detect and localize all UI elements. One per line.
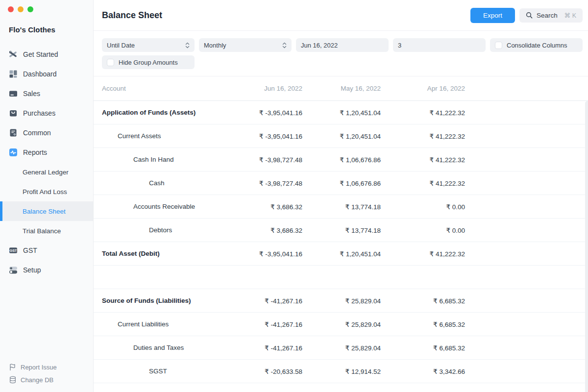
activity-icon <box>9 148 18 157</box>
document-icon <box>9 128 18 137</box>
amount-cell: ₹ -41,267.16 <box>224 344 302 352</box>
table-row[interactable]: SGST ₹ -20,633.58 ₹ 12,914.52 ₹ 3,342.66 <box>94 360 588 383</box>
table-row-spacer <box>94 266 588 289</box>
table-row[interactable]: Total Asset (Debit) ₹ -3,95,041.16 ₹ 1,2… <box>94 242 588 266</box>
table-row-partial <box>94 383 588 392</box>
amount-cell: ₹ -3,95,041.16 <box>224 132 302 140</box>
account-name: Duties and Taxes <box>102 344 224 351</box>
table-row[interactable]: Current Assets ₹ -3,95,041.16 ₹ 1,20,451… <box>94 124 588 148</box>
column-header-may: May 16, 2022 <box>302 85 381 92</box>
dashboard-icon <box>9 70 18 78</box>
report-issue-label: Report Issue <box>21 364 57 371</box>
amount-cell: ₹ 6,685.32 <box>381 344 465 352</box>
amount-cell: ₹ 12,914.52 <box>302 368 381 375</box>
frequency-value: Monthly <box>204 42 226 49</box>
filter-bar: Until Date Monthly <box>94 31 588 76</box>
table-row[interactable]: Cash ₹ -3,98,727.48 ₹ 1,06,676.86 ₹ 41,2… <box>94 172 588 195</box>
change-db-button[interactable]: Change DB <box>9 373 57 386</box>
sidebar-item-setup[interactable]: Setup <box>0 260 93 280</box>
sidebar-item-label: Sales <box>23 90 40 98</box>
column-header-account: Account <box>102 85 224 92</box>
count-input[interactable] <box>398 42 481 49</box>
amount-cell: ₹ 25,829.04 <box>302 320 381 328</box>
to-date-input[interactable] <box>301 42 384 49</box>
amount-cell: ₹ 0.00 <box>381 226 465 234</box>
table-row[interactable]: Accounts Receivable ₹ 3,686.32 ₹ 13,774.… <box>94 195 588 219</box>
sidebar-item-balance-sheet[interactable]: Balance Sheet <box>0 201 93 221</box>
amount-cell: ₹ 13,774.18 <box>302 203 381 211</box>
amount-cell: ₹ 41,222.32 <box>381 250 465 258</box>
amount-cell: ₹ 41,222.32 <box>381 132 465 140</box>
period-basis-select[interactable]: Until Date <box>102 38 195 52</box>
sidebar: Flo's Clothes Get Started Dashboa <box>0 0 94 392</box>
amount-cell: ₹ 6,685.32 <box>381 320 465 328</box>
gst-icon: GST <box>9 246 18 255</box>
sidebar-item-common[interactable]: Common <box>0 123 93 143</box>
sidebar-item-reports[interactable]: Reports <box>0 143 93 162</box>
account-name: SGST <box>102 368 224 375</box>
account-name: Debtors <box>102 226 224 234</box>
sidebar-item-gst[interactable]: GST GST <box>0 241 93 260</box>
account-name: Current Assets <box>102 132 224 140</box>
sidebar-subitem-label: Profit And Loss <box>23 188 67 196</box>
sidebar-item-general-ledger[interactable]: General Ledger <box>0 162 93 182</box>
account-name: Total Asset (Debit) <box>102 250 224 257</box>
table-row[interactable]: Current Liabilities ₹ -41,267.16 ₹ 25,82… <box>94 313 588 336</box>
amount-cell: ₹ 1,06,676.86 <box>302 156 381 164</box>
zoom-window-button[interactable] <box>27 6 33 12</box>
close-window-button[interactable] <box>8 6 14 12</box>
search-button[interactable]: Search ⌘ K <box>519 8 583 23</box>
table-row[interactable]: Source of Funds (Liabilities) ₹ -41,267.… <box>94 289 588 313</box>
amount-cell: ₹ 3,686.32 <box>224 226 302 234</box>
sidebar-item-dashboard[interactable]: Dashboard <box>0 64 93 84</box>
frequency-select[interactable]: Monthly <box>199 38 292 52</box>
window-controls <box>0 0 93 12</box>
search-label: Search <box>537 12 558 19</box>
hide-group-amounts-checkbox[interactable] <box>107 59 114 66</box>
amount-cell: ₹ -3,98,727.48 <box>224 179 302 187</box>
table-row[interactable]: Cash In Hand ₹ -3,98,727.48 ₹ 1,06,676.8… <box>94 148 588 172</box>
table-row[interactable]: Application of Funds (Assets) ₹ -3,95,04… <box>94 101 588 124</box>
period-basis-value: Until Date <box>107 42 135 49</box>
change-db-label: Change DB <box>21 376 53 384</box>
sidebar-item-label: Setup <box>23 266 41 274</box>
amount-cell: ₹ -20,633.58 <box>224 368 302 375</box>
tools-icon <box>9 50 18 59</box>
sidebar-item-sales[interactable]: Sales <box>0 84 93 103</box>
export-button[interactable]: Export <box>470 8 515 23</box>
sidebar-nav: Get Started Dashboard Sales <box>0 45 93 280</box>
account-name: Accounts Receivable <box>102 203 224 210</box>
amount-cell: ₹ -41,267.16 <box>224 320 302 328</box>
amount-cell: ₹ 3,342.66 <box>381 368 465 375</box>
sidebar-item-label: Reports <box>23 148 47 156</box>
credit-card-icon <box>9 89 18 98</box>
report-issue-button[interactable]: Report Issue <box>9 361 57 373</box>
table-row[interactable]: Debtors ₹ 3,686.32 ₹ 13,774.18 ₹ 0.00 <box>94 219 588 242</box>
count-field-wrap <box>393 38 486 52</box>
amount-cell: ₹ 41,222.32 <box>381 109 465 117</box>
sidebar-item-trial-balance[interactable]: Trial Balance <box>0 221 93 241</box>
table-row[interactable]: Duties and Taxes ₹ -41,267.16 ₹ 25,829.0… <box>94 336 588 360</box>
sidebar-item-profit-and-loss[interactable]: Profit And Loss <box>0 182 93 201</box>
column-header-jun: Jun 16, 2022 <box>224 85 302 92</box>
consolidate-columns-control: Consolidate Columns <box>490 38 583 52</box>
consolidate-columns-checkbox[interactable] <box>495 42 502 49</box>
sidebar-item-get-started[interactable]: Get Started <box>0 45 93 64</box>
amount-cell: ₹ 41,222.32 <box>381 156 465 164</box>
account-name: Cash In Hand <box>102 156 224 163</box>
svg-text:GST: GST <box>9 248 17 253</box>
minimize-window-button[interactable] <box>18 6 24 12</box>
sidebar-item-label: Get Started <box>23 50 58 58</box>
amount-cell: ₹ 1,20,451.04 <box>302 250 381 258</box>
database-icon <box>9 376 17 384</box>
vertical-scrollbar[interactable] <box>585 101 588 392</box>
page-title: Balance Sheet <box>102 10 162 21</box>
to-date-field-wrap <box>296 38 389 52</box>
search-icon <box>526 12 533 19</box>
hide-group-amounts-control: Hide Group Amounts <box>102 55 195 69</box>
sidebar-item-label: Common <box>23 129 51 137</box>
sidebar-item-purchases[interactable]: Purchases <box>0 103 93 123</box>
amount-cell: ₹ 25,829.04 <box>302 297 381 305</box>
account-name: Current Liabilities <box>102 320 224 328</box>
amount-cell: ₹ 1,06,676.86 <box>302 179 381 187</box>
